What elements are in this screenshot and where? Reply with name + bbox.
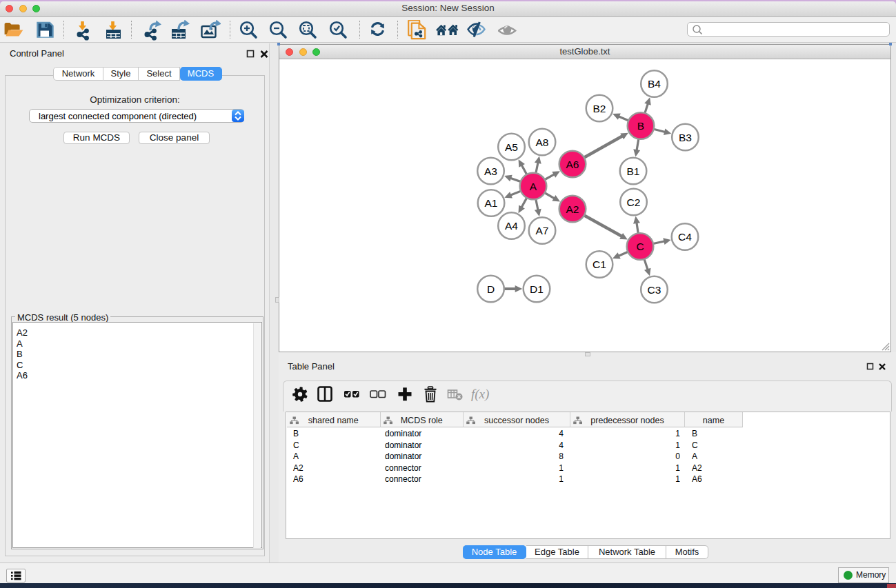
svg-text:A7: A7 xyxy=(536,225,549,236)
svg-text:B: B xyxy=(637,120,644,132)
svg-text:B2: B2 xyxy=(593,103,606,114)
svg-text:D1: D1 xyxy=(530,283,544,295)
svg-text:B4: B4 xyxy=(648,78,661,90)
svg-text:B1: B1 xyxy=(627,165,640,177)
svg-text:A6: A6 xyxy=(566,159,579,170)
svg-text:A5: A5 xyxy=(505,141,518,153)
svg-text:C3: C3 xyxy=(648,284,661,296)
svg-text:A: A xyxy=(530,181,537,192)
svg-text:C2: C2 xyxy=(627,196,641,208)
svg-text:B3: B3 xyxy=(679,132,692,143)
svg-text:A4: A4 xyxy=(505,220,518,232)
svg-text:A3: A3 xyxy=(484,165,497,177)
svg-text:D: D xyxy=(487,283,495,295)
svg-text:f(x): f(x) xyxy=(471,387,489,402)
svg-text:C: C xyxy=(636,241,644,252)
svg-text:C1: C1 xyxy=(593,258,606,270)
svg-text:A2: A2 xyxy=(566,203,579,215)
svg-text:C4: C4 xyxy=(678,231,692,243)
svg-text:A8: A8 xyxy=(536,136,549,148)
svg-text:A1: A1 xyxy=(485,197,498,209)
